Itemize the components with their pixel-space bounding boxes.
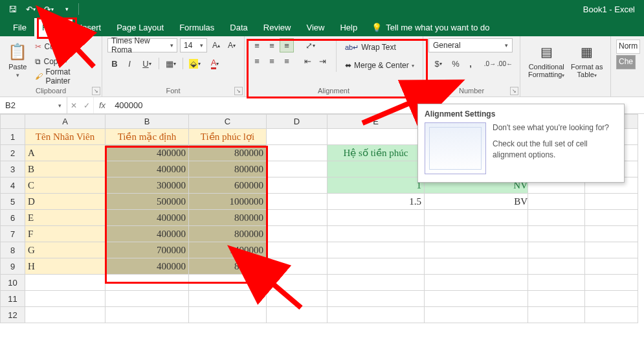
col-header-D[interactable]: D [267, 115, 328, 129]
row-header[interactable]: 9 [1, 258, 25, 275]
cell[interactable] [585, 291, 638, 307]
cell[interactable] [425, 242, 528, 258]
cell[interactable] [267, 291, 328, 307]
cell[interactable] [585, 275, 638, 291]
menu-file[interactable]: File [5, 18, 34, 36]
cell[interactable]: E [25, 210, 105, 226]
font-name-combo[interactable]: Times New Roma▾ [107, 38, 177, 52]
cell[interactable] [25, 275, 105, 291]
cell[interactable] [528, 307, 585, 323]
format-painter-button[interactable]: 🖌Format Painter [33, 69, 96, 83]
cell[interactable] [267, 242, 328, 258]
row-header[interactable]: 12 [1, 307, 25, 323]
cell[interactable] [189, 275, 267, 291]
menu-review[interactable]: Review [256, 18, 299, 36]
cell[interactable]: B [25, 161, 105, 177]
row-header[interactable]: 1 [1, 129, 25, 145]
cell[interactable] [328, 210, 425, 226]
cell[interactable]: G [25, 242, 105, 258]
align-center-icon[interactable]: ≡ [265, 54, 279, 68]
row-header[interactable]: 10 [1, 275, 25, 291]
cell[interactable] [585, 258, 638, 275]
cell[interactable] [425, 275, 528, 291]
cell[interactable] [328, 258, 425, 275]
cell[interactable]: C [25, 177, 105, 194]
cut-button[interactable]: ✂Cut [33, 40, 96, 53]
cell[interactable] [267, 210, 328, 226]
cell[interactable] [267, 194, 328, 210]
cell[interactable]: 400000 [105, 258, 189, 275]
percent-format-icon[interactable]: % [449, 56, 463, 71]
cell[interactable] [267, 275, 328, 291]
cell[interactable] [267, 258, 328, 275]
cell[interactable]: 400000 [105, 161, 189, 177]
cell[interactable] [528, 258, 585, 275]
border-button[interactable]: ▦ ▾ [161, 56, 181, 71]
cell[interactable] [25, 291, 105, 307]
decrease-font-icon[interactable]: A▾ [225, 38, 238, 52]
cell[interactable] [528, 242, 585, 258]
row-header[interactable]: 3 [1, 161, 25, 177]
cell[interactable]: 400000 [105, 226, 189, 242]
cell[interactable]: 700000 [105, 242, 189, 258]
cell[interactable] [585, 242, 638, 258]
cell[interactable]: F [25, 226, 105, 242]
align-top-icon[interactable]: ≡ [250, 38, 264, 52]
cell[interactable]: 800000 [189, 258, 267, 275]
undo-icon[interactable]: ↶▾ [22, 2, 39, 16]
decrease-decimal-icon[interactable]: .00← [498, 56, 512, 71]
cell[interactable] [425, 258, 528, 275]
name-box[interactable]: B2▾ [0, 97, 67, 113]
menu-home[interactable]: Home [34, 18, 72, 36]
merge-center-button[interactable]: ⬌Merge & Center ▾ [343, 58, 416, 73]
fill-color-button[interactable]: ⬙▾ [185, 56, 205, 71]
cell[interactable] [105, 307, 189, 323]
font-color-button[interactable]: A▾ [205, 56, 225, 71]
cell[interactable] [585, 307, 638, 323]
align-bottom-icon[interactable]: ≡ [280, 38, 294, 52]
font-launcher[interactable]: ↘ [234, 87, 243, 95]
cell[interactable]: BV [425, 194, 528, 210]
cell[interactable] [267, 161, 328, 177]
select-all-button[interactable] [1, 115, 25, 129]
style-normal-partial[interactable]: Norm [616, 40, 640, 54]
cell[interactable]: H [25, 258, 105, 275]
qat-customize-icon[interactable]: ▾ [58, 2, 75, 16]
cell[interactable] [425, 210, 528, 226]
cell[interactable]: 400000 [105, 145, 189, 161]
cell[interactable] [528, 291, 585, 307]
cell[interactable] [328, 275, 425, 291]
cell[interactable] [328, 129, 425, 145]
cell[interactable]: 300000 [105, 177, 189, 194]
comma-format-icon[interactable]: , [463, 56, 478, 71]
align-right-icon[interactable]: ≡ [280, 54, 294, 68]
cell[interactable] [425, 291, 528, 307]
row-header[interactable]: 7 [1, 226, 25, 242]
cell[interactable]: 400000 [105, 210, 189, 226]
style-check-partial[interactable]: Che [616, 55, 636, 69]
cell[interactable] [328, 291, 425, 307]
menu-formulas[interactable]: Formulas [172, 18, 222, 36]
col-header-B[interactable]: B [105, 115, 189, 129]
cell[interactable] [585, 226, 638, 242]
cell[interactable]: 1400000 [189, 242, 267, 258]
italic-button[interactable]: I [122, 56, 137, 71]
menu-insert[interactable]: Insert [72, 18, 109, 36]
cell[interactable] [528, 194, 585, 210]
menu-view[interactable]: View [298, 18, 332, 36]
cell[interactable] [25, 307, 105, 323]
conditional-formatting-button[interactable]: ▤ Conditional Formatting▾ [526, 38, 567, 79]
enter-icon[interactable]: ✓ [83, 101, 90, 110]
menu-data[interactable]: Data [222, 18, 255, 36]
cell-B1[interactable]: Tiền mặc định [105, 129, 189, 145]
row-header[interactable]: 5 [1, 194, 25, 210]
col-header-C[interactable]: C [189, 115, 267, 129]
cell[interactable] [425, 307, 528, 323]
cell[interactable] [328, 307, 425, 323]
underline-button[interactable]: U ▾ [137, 56, 157, 71]
save-icon[interactable]: 🖫 [4, 2, 21, 16]
row-header[interactable]: 11 [1, 291, 25, 307]
cell[interactable] [585, 194, 638, 210]
increase-font-icon[interactable]: A▴ [210, 38, 223, 52]
redo-icon[interactable]: ↷▾ [40, 2, 57, 16]
